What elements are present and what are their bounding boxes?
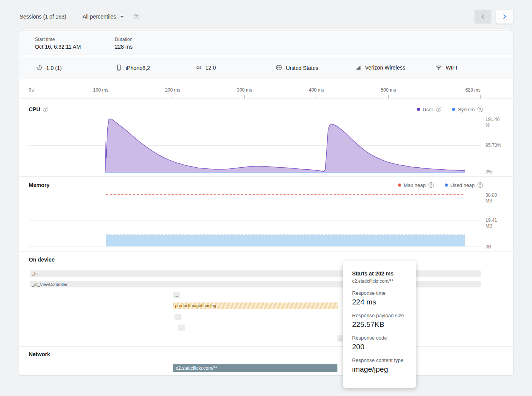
system-help-icon[interactable] [478, 107, 483, 112]
cpu-chart[interactable] [29, 119, 481, 172]
device-model-item: iPhone8,2 [116, 65, 150, 71]
chevron-right-icon [502, 14, 508, 20]
memory-ytick-zero: 0B [486, 244, 504, 250]
phone-icon [116, 65, 122, 71]
timeline-tick-mark [317, 95, 317, 99]
on-device-section: On device _fs _st_ViewController ... pro… [19, 252, 513, 347]
timeline-axis: 0s 100 ms 200 ms 300 ms 400 ms 500 ms 62… [19, 78, 513, 99]
app-version-item: 1.0 (1) [36, 65, 62, 71]
tooltip-subtitle: c2.staticflickr.com/** [352, 279, 407, 284]
ios-icon: iOS [196, 66, 202, 70]
help-icon[interactable] [134, 14, 139, 19]
used-heap-legend-label: Used heap [451, 182, 475, 188]
start-time-value: Oct 16, 6:32:11 AM [35, 44, 81, 50]
memory-chart[interactable] [29, 192, 481, 246]
memory-section-head: Memory Max heap Used heap [29, 182, 483, 188]
on-device-section-title: On device [29, 257, 55, 263]
tooltip-field-value: 225.57KB [352, 320, 407, 329]
max-heap-legend-label: Max heap [404, 182, 426, 188]
next-session-button[interactable] [496, 10, 513, 24]
memory-ytick-mid: 19.41 MB [486, 218, 504, 229]
used-heap-legend-dot [445, 184, 448, 187]
timeline-tick-mark [388, 95, 389, 99]
timeline-tick-mark [480, 95, 481, 99]
duration-block: Duration 228 ms [115, 37, 133, 50]
network-request-bar[interactable]: c2.staticflickr.com/** [173, 364, 337, 372]
timeline-tick-mark [29, 95, 29, 99]
timeline-tick-label: 500 ms [381, 87, 396, 93]
timeline-tick-mark [101, 95, 101, 99]
tooltip-field-label: Response code [352, 335, 407, 341]
user-legend-dot [417, 108, 420, 111]
trace-label: _fs [30, 271, 40, 276]
trace-label: _st_ViewController [30, 282, 70, 287]
dropdown-arrow-icon [120, 16, 124, 18]
country-item: United States [276, 65, 319, 71]
trace-bar-collapsed[interactable]: ... [178, 325, 185, 331]
timeline-tick-label: 628 ms [465, 87, 480, 93]
network-request-tooltip: Starts at 202 ms c2.staticflickr.com/** … [343, 261, 416, 388]
tooltip-field-label: Response time [352, 290, 407, 296]
percentiles-dropdown-value: All percentiles [83, 14, 116, 20]
memory-legend: Max heap Used heap [398, 182, 483, 188]
memory-section: Memory Max heap Used heap 38.83 MB 19.41… [19, 177, 513, 252]
timeline-tick-mark [173, 95, 173, 99]
trace-label: ... [180, 325, 183, 330]
wifi-icon [435, 65, 442, 71]
user-help-icon[interactable] [436, 107, 441, 112]
network-type-value: WIFI [446, 65, 457, 71]
session-card: Start time Oct 16, 6:32:11 AM Duration 2… [19, 32, 513, 376]
cpu-ytick-max: 191.46 % [486, 117, 504, 128]
timeline-tick-label: 300 ms [237, 87, 252, 93]
timeline-tick-label: 100 ms [93, 87, 108, 93]
memory-ytick-max: 38.83 MB [486, 192, 504, 204]
device-info-row: 1.0 (1) iPhone8,2 iOS 12.0 United States… [19, 57, 513, 78]
max-heap-help-icon[interactable] [429, 182, 434, 188]
country-value: United States [286, 65, 319, 71]
network-type-item: WIFI [435, 65, 457, 71]
top-toolbar: Sessions (1 of 163) All percentiles [0, 0, 532, 24]
cpu-help-icon[interactable] [43, 107, 48, 112]
timeline-tick-label: 200 ms [165, 87, 180, 93]
cpu-legend: User System [417, 107, 483, 112]
percentiles-dropdown[interactable]: All percentiles [83, 14, 124, 20]
max-heap-legend-dot [398, 184, 401, 187]
sessions-count-label: Sessions (1 of 163) [20, 14, 66, 20]
app-version-value: 1.0 (1) [46, 65, 62, 71]
carrier-item: Verizon Wireless [355, 65, 405, 71]
cpu-section-title: CPU [29, 106, 41, 112]
cpu-ytick-zero: 0% [486, 169, 504, 175]
session-card-stack: Start time Oct 16, 6:32:11 AM Duration 2… [0, 29, 532, 376]
network-request-label: c2.staticflickr.com/** [173, 365, 220, 371]
trace-bar-product-image-loading[interactable]: productImageLoading [173, 303, 338, 309]
network-section: Network c2.staticflickr.com/** [19, 347, 513, 375]
tooltip-field-label: Response content type [352, 357, 407, 363]
tooltip-field-value: 224 ms [352, 298, 407, 306]
carrier-value: Verizon Wireless [365, 65, 405, 71]
trace-bar-collapsed[interactable]: ... [175, 314, 181, 320]
used-heap-help-icon[interactable] [478, 182, 483, 188]
tooltip-field-label: Response payload size [352, 313, 407, 318]
cpu-section-head: CPU User System [29, 106, 483, 112]
start-time-label: Start time [35, 37, 81, 42]
tooltip-title: Starts at 202 ms [352, 270, 407, 277]
os-version-value: 12.0 [205, 65, 216, 71]
system-legend-label: System [458, 107, 474, 112]
device-model-value: iPhone8,2 [126, 65, 150, 71]
timeline-tick-label: 400 ms [309, 87, 324, 93]
globe-icon [276, 65, 282, 71]
user-legend-label: User [423, 107, 433, 112]
trace-label: ... [175, 293, 178, 297]
trace-label: ... [176, 314, 180, 319]
tooltip-field-value: 200 [352, 343, 407, 351]
os-version-item: iOS 12.0 [196, 65, 216, 71]
start-time-block: Start time Oct 16, 6:32:11 AM [35, 37, 81, 50]
timeline-tick-label: 0s [29, 87, 34, 93]
duration-label: Duration [115, 37, 133, 42]
history-icon [36, 65, 42, 71]
trace-bar-collapsed[interactable]: ... [173, 292, 180, 298]
previous-session-button[interactable] [474, 10, 491, 24]
tooltip-field-value: image/jpeg [352, 365, 407, 374]
network-section-title: Network [29, 351, 50, 357]
timeline-ticks: 0s 100 ms 200 ms 300 ms 400 ms 500 ms 62… [29, 78, 481, 99]
